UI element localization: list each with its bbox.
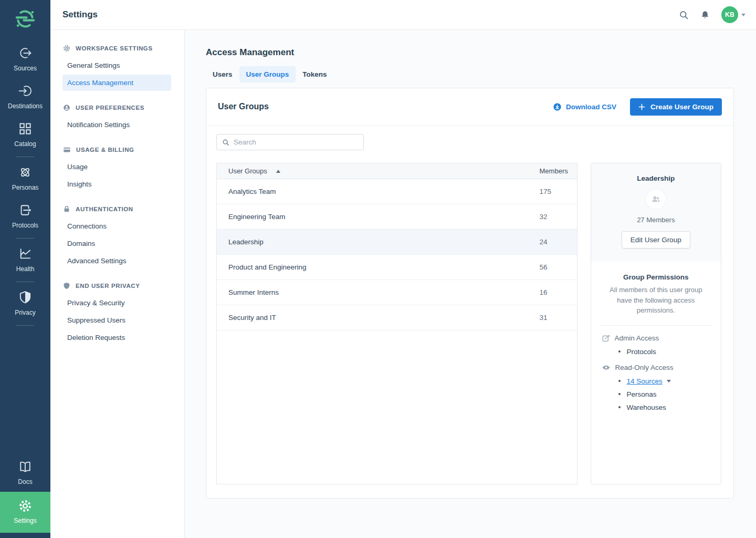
sidebar-item-label: Destinations [8,102,43,110]
bullet-icon [618,406,621,408]
sidebar-item-catalog[interactable]: Catalog [0,116,50,154]
subnav-item-suppressed-users[interactable]: Suppressed Users [62,312,171,328]
section-label: USER PREFERENCES [76,105,144,111]
section-label: WORKSPACE SETTINGS [76,45,153,51]
chevron-down-icon[interactable] [667,380,671,382]
member-count: 16 [540,288,577,296]
table-row[interactable]: Security and IT 31 [217,305,577,330]
group-name: Security and IT [228,314,276,322]
sidebar-item-privacy[interactable]: Privacy [0,285,50,323]
sidebar-item-label: Protocols [12,222,38,229]
card-header: User Groups Download CSV [206,88,733,126]
subnav-item-deletion-requests[interactable]: Deletion Requests [62,329,171,346]
sidebar-item-personas[interactable]: Personas [0,160,50,198]
permission-item: Personas [618,390,713,398]
segment-logo-icon[interactable] [14,8,36,30]
protocols-icon [18,203,33,218]
credit-card-icon [63,146,71,153]
member-count: 175 [540,188,577,195]
sidebar-item-label: Privacy [15,309,35,316]
group-title: Leadership [600,174,712,182]
tab-user-groups[interactable]: User Groups [239,66,296,82]
tab-tokens[interactable]: Tokens [296,66,333,82]
create-user-group-button[interactable]: Create User Group [630,98,722,116]
subnav-section-workspace-settings: WORKSPACE SETTINGS General Settings Acce… [50,45,184,91]
section-label: AUTHENTICATION [76,206,133,212]
tab-bar: Users User Groups Tokens [206,66,734,82]
sidebar-item-label: Personas [12,184,39,191]
sidebar-item-label: Docs [18,478,32,485]
table-row[interactable]: Product and Engineering 56 [217,255,577,280]
create-user-group-label: Create User Group [650,103,713,111]
notifications-bell-icon[interactable] [700,10,710,20]
sidebar-item-settings[interactable]: Settings [0,492,50,533]
group-detail-panel: Leadership 27 Members [591,163,721,484]
subnav-item-advanced-settings[interactable]: Advanced Settings [62,253,171,269]
table-row[interactable]: Summer Interns 16 [217,280,577,305]
member-count: 24 [540,238,577,246]
main-content: Access Management Users User Groups Toke… [185,30,756,538]
sidebar-item-label: Sources [14,65,37,72]
tab-users[interactable]: Users [206,66,239,82]
column-header-user-groups[interactable]: User Groups [228,167,267,175]
sidebar-item-health[interactable]: Health [0,241,50,279]
search-box[interactable] [216,134,364,150]
admin-access-section: Admin Access [602,334,713,343]
subnav-item-insights[interactable]: Insights [62,176,171,192]
sidebar-item-docs[interactable]: Docs [0,454,50,492]
member-count: 31 [540,314,577,322]
sidebar-item-sources[interactable]: Sources [0,40,50,78]
group-name: Summer Interns [228,288,279,296]
bullet-icon [618,393,621,395]
permission-item: Protocols [618,348,713,356]
table-row-selected[interactable]: Leadership 24 [217,230,577,255]
sidebar-divider [16,157,34,157]
section-label: END USER PRIVACY [76,283,140,289]
group-summary: Leadership 27 Members [591,163,721,262]
avatar[interactable]: KB [721,6,738,23]
member-count: 32 [540,213,577,221]
privacy-shield-icon [18,290,33,305]
gear-icon [63,45,70,52]
subnav-item-connections[interactable]: Connections [62,218,171,234]
column-header-members[interactable]: Members [540,167,577,175]
subnav-section-user-preferences: USER PREFERENCES Notification Settings [50,104,184,133]
group-name: Leadership [228,238,264,246]
subnav-item-access-management[interactable]: Access Management [62,75,171,91]
edit-user-group-button[interactable]: Edit User Group [622,231,690,249]
group-name: Engineering Team [228,213,286,221]
sidebar-divider [16,325,34,326]
readonly-access-label: Read-Only Access [615,364,674,371]
sources-count-link[interactable]: 14 Sources [627,377,663,385]
bullet-icon [618,380,621,382]
table-row[interactable]: Analytics Team 175 [217,179,577,204]
search-icon [222,139,229,146]
member-count: 56 [540,263,577,271]
user-menu[interactable]: KB [721,6,746,23]
sidebar-item-label: Health [16,265,35,273]
subnav-item-domains[interactable]: Domains [62,235,171,252]
section-label: USAGE & BILLING [76,147,134,153]
subnav-item-general-settings[interactable]: General Settings [62,57,171,74]
top-header: Settings KB [50,0,756,30]
docs-book-icon [18,459,33,474]
subnav-section-authentication: AUTHENTICATION Connections Domains Advan… [50,205,184,269]
subnav-item-privacy-security[interactable]: Privacy & Security [62,295,171,311]
group-permissions: Group Permissions All members of this us… [591,262,721,411]
people-icon [650,193,662,205]
download-csv-button[interactable]: Download CSV [553,102,616,111]
search-input[interactable] [234,138,358,146]
table-row[interactable]: Engineering Team 32 [217,204,577,230]
search-icon[interactable] [679,10,689,20]
edit-pencil-icon [602,334,610,343]
user-groups-card: User Groups Download CSV [206,88,734,499]
sidebar-item-protocols[interactable]: Protocols [0,198,50,235]
app-sidebar: Sources Destinations Catalog [0,0,50,538]
sidebar-item-destinations[interactable]: Destinations [0,78,50,116]
page-title: Access Management [206,47,734,58]
group-name: Product and Engineering [228,263,307,271]
settings-subnav: WORKSPACE SETTINGS General Settings Acce… [50,30,185,538]
subnav-item-usage[interactable]: Usage [62,159,171,175]
subnav-item-notification-settings[interactable]: Notification Settings [62,117,171,133]
sort-ascending-icon[interactable] [276,170,280,173]
